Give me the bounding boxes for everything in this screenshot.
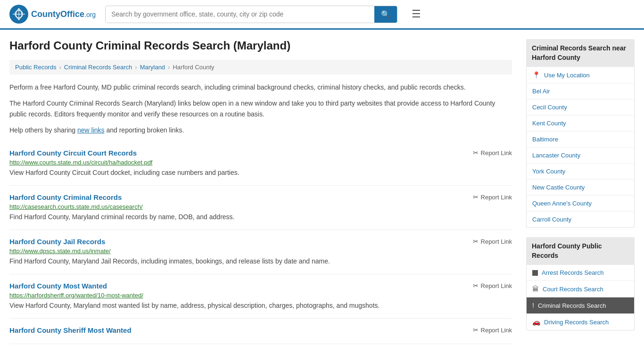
- record-url[interactable]: http://www.courts.state.md.us/circuit/ha…: [9, 159, 512, 166]
- report-label: Report Link: [481, 327, 512, 334]
- arrest-icon: [532, 270, 538, 276]
- breadcrumb-public-records[interactable]: Public Records: [15, 64, 56, 71]
- record-item: Harford County Sheriff Most Wanted ✂ Rep…: [9, 319, 512, 344]
- record-header: Harford County Most Wanted ✂ Report Link: [9, 282, 512, 290]
- record-item: Harford County Criminal Records ✂ Report…: [9, 186, 512, 230]
- header: CountyOffice.org 🔍 ☰: [0, 0, 644, 30]
- public-records-list-item[interactable]: 🏛Court Records Search: [527, 281, 634, 297]
- record-title[interactable]: Harford County Jail Records: [9, 238, 105, 246]
- records-list: Harford County Circuit Court Records ✂ R…: [9, 141, 512, 344]
- nearby-link[interactable]: Baltimore: [527, 132, 634, 147]
- public-records-link[interactable]: 🏛Court Records Search: [527, 281, 634, 297]
- logo-text: CountyOffice.org: [31, 9, 96, 19]
- public-records-list-item[interactable]: 🚗Driving Records Search: [527, 314, 634, 330]
- public-records-link[interactable]: 🚗Driving Records Search: [527, 314, 634, 330]
- record-item: Harford County Jail Records ✂ Report Lin…: [9, 230, 512, 274]
- nearby-list-item[interactable]: Kent County: [527, 115, 634, 132]
- nearby-heading: Criminal Records Search near Harford Cou…: [526, 39, 635, 67]
- nearby-list: 📍Use My LocationBel AirCecil CountyKent …: [526, 67, 635, 228]
- page-container: Harford County Criminal Records Search (…: [0, 30, 644, 344]
- nearby-link[interactable]: Bel Air: [527, 83, 634, 99]
- search-button[interactable]: 🔍: [374, 6, 397, 23]
- public-records-heading: Harford County Public Records: [526, 237, 635, 265]
- location-icon: 📍: [532, 71, 540, 79]
- report-link[interactable]: ✂ Report Link: [473, 282, 512, 289]
- record-title[interactable]: Harford County Criminal Records: [9, 193, 122, 201]
- new-links[interactable]: new links: [77, 126, 105, 134]
- report-icon: ✂: [473, 282, 479, 289]
- court-icon: 🏛: [532, 285, 539, 293]
- description-1: Perform a free Harford County, MD public…: [9, 82, 512, 92]
- nearby-link[interactable]: York County: [527, 164, 634, 179]
- breadcrumb-current: Harford County: [173, 64, 214, 71]
- nearby-section: Criminal Records Search near Harford Cou…: [526, 39, 635, 228]
- record-header: Harford County Sheriff Most Wanted ✂ Rep…: [9, 326, 512, 334]
- nearby-list-item[interactable]: York County: [527, 164, 634, 180]
- nearby-list-item[interactable]: Bel Air: [527, 83, 634, 99]
- record-header: Harford County Jail Records ✂ Report Lin…: [9, 238, 512, 246]
- record-url[interactable]: https://harfordsheriff.org/wanted/10-mos…: [9, 292, 512, 299]
- logo-icon: [9, 5, 28, 24]
- record-title[interactable]: Harford County Most Wanted: [9, 282, 107, 290]
- sidebar: Criminal Records Search near Harford Cou…: [526, 39, 635, 344]
- nearby-list-item[interactable]: Cecil County: [527, 99, 634, 115]
- report-label: Report Link: [481, 282, 512, 289]
- nearby-list-item[interactable]: Queen Anne's County: [527, 196, 634, 212]
- record-title[interactable]: Harford County Sheriff Most Wanted: [9, 326, 132, 334]
- nearby-link[interactable]: 📍Use My Location: [527, 67, 634, 83]
- logo[interactable]: CountyOffice.org: [9, 5, 96, 24]
- report-link[interactable]: ✂ Report Link: [473, 238, 512, 245]
- description-2: The Harford County Criminal Records Sear…: [9, 98, 512, 119]
- nearby-list-item[interactable]: Lancaster County: [527, 148, 634, 164]
- nearby-link[interactable]: Lancaster County: [527, 148, 634, 163]
- record-url[interactable]: http://www.dpscs.state.md.us/inmate/: [9, 247, 512, 255]
- report-icon: ✂: [473, 238, 479, 245]
- record-title[interactable]: Harford County Circuit Court Records: [9, 149, 137, 157]
- breadcrumb: Public Records › Criminal Records Search…: [9, 60, 512, 74]
- report-link[interactable]: ✂ Report Link: [473, 149, 512, 156]
- report-icon: ✂: [473, 149, 479, 156]
- report-icon: ✂: [473, 326, 479, 334]
- record-item: Harford County Circuit Court Records ✂ R…: [9, 141, 512, 186]
- public-records-list-item[interactable]: Arrest Records Search: [527, 265, 634, 281]
- main-content: Harford County Criminal Records Search (…: [9, 39, 526, 344]
- nearby-link[interactable]: Kent County: [527, 115, 634, 131]
- report-link[interactable]: ✂ Report Link: [473, 326, 512, 334]
- nearby-list-item[interactable]: New Castle County: [527, 180, 634, 196]
- report-link[interactable]: ✂ Report Link: [473, 193, 512, 201]
- nearby-link[interactable]: New Castle County: [527, 180, 634, 195]
- record-item: Harford County Most Wanted ✂ Report Link…: [9, 274, 512, 319]
- record-desc: View Harford County Circuit Court docket…: [9, 168, 512, 178]
- record-desc: Find Harford County, Maryland Jail Recor…: [9, 256, 512, 266]
- record-desc: Find Harford County, Maryland criminal r…: [9, 212, 512, 222]
- report-label: Report Link: [481, 149, 512, 156]
- report-label: Report Link: [481, 238, 512, 245]
- record-header: Harford County Circuit Court Records ✂ R…: [9, 149, 512, 157]
- public-records-link[interactable]: !Criminal Records Search: [527, 297, 634, 313]
- page-title: Harford County Criminal Records Search (…: [9, 39, 512, 52]
- public-records-section: Harford County Public Records Arrest Rec…: [526, 237, 635, 330]
- nearby-list-item[interactable]: 📍Use My Location: [527, 67, 634, 83]
- nearby-link[interactable]: Queen Anne's County: [527, 196, 634, 211]
- public-records-list: Arrest Records Search🏛Court Records Sear…: [526, 265, 635, 330]
- breadcrumb-maryland[interactable]: Maryland: [140, 64, 165, 71]
- criminal-icon: !: [532, 302, 534, 309]
- driving-icon: 🚗: [532, 318, 540, 326]
- nearby-list-item[interactable]: Carroll County: [527, 212, 634, 227]
- report-label: Report Link: [481, 194, 512, 201]
- record-desc: View Harford County, Maryland most wante…: [9, 301, 512, 311]
- report-icon: ✂: [473, 193, 479, 201]
- record-header: Harford County Criminal Records ✂ Report…: [9, 193, 512, 201]
- search-input[interactable]: [106, 6, 374, 23]
- breadcrumb-criminal-records-search[interactable]: Criminal Records Search: [64, 64, 132, 71]
- nearby-list-item[interactable]: Baltimore: [527, 132, 634, 148]
- record-url[interactable]: http://casesearch.courts.state.md.us/cas…: [9, 203, 512, 210]
- menu-icon[interactable]: ☰: [412, 8, 421, 20]
- nearby-link[interactable]: Cecil County: [527, 99, 634, 115]
- description-3: Help others by sharing new links and rep…: [9, 125, 512, 135]
- nearby-link[interactable]: Carroll County: [527, 212, 634, 227]
- public-records-link[interactable]: Arrest Records Search: [527, 265, 634, 280]
- search-bar: 🔍: [105, 6, 397, 23]
- public-records-list-item[interactable]: !Criminal Records Search: [527, 297, 634, 314]
